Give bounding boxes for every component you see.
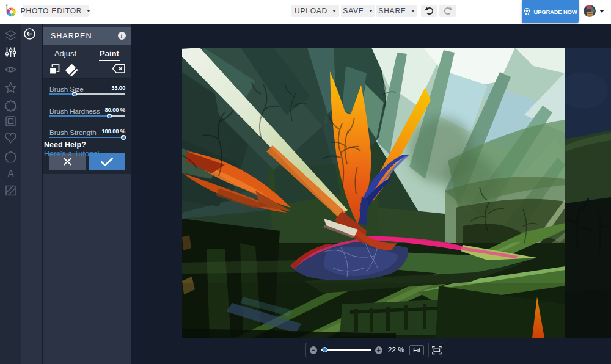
svg-text:A: A bbox=[7, 169, 14, 179]
